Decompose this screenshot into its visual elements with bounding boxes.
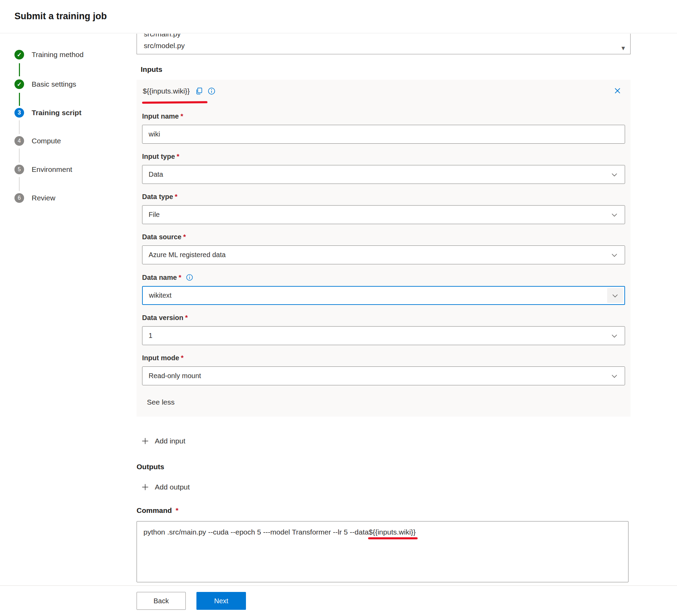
data-name-select[interactable]: wikitext — [142, 286, 625, 305]
footer-divider — [0, 585, 677, 586]
step-number: 5 — [18, 166, 21, 173]
select-value: wikitext — [149, 292, 172, 299]
required-marker: * — [177, 153, 180, 161]
label-text: Input name — [142, 112, 179, 120]
step-connector — [19, 177, 20, 191]
plus-icon — [141, 483, 150, 492]
check-icon: ✓ — [17, 51, 22, 58]
field-label-data-source: Data source * — [142, 233, 625, 241]
annotation-underline — [142, 101, 207, 103]
input-reference-row: ${{inputs.wiki}} — [142, 86, 625, 96]
close-icon[interactable] — [613, 86, 622, 96]
add-input-label: Add input — [155, 437, 185, 445]
select-value: Azure ML registered data — [149, 251, 226, 259]
step-complete-check-circle: ✓ — [14, 50, 24, 59]
step-connector — [19, 148, 20, 163]
step-number: 4 — [18, 138, 21, 144]
data-type-select[interactable]: File — [142, 205, 625, 224]
step-compute[interactable]: 4 Compute — [14, 135, 61, 147]
input-name-field[interactable] — [142, 125, 625, 144]
step-label: Training method — [32, 51, 84, 59]
field-label-data-version: Data version * — [142, 314, 625, 322]
required-marker: * — [183, 233, 186, 241]
select-value: File — [149, 211, 160, 219]
step-label: Basic settings — [32, 80, 76, 88]
input-reference-text: ${{inputs.wiki}} — [143, 87, 190, 95]
chevron-down-icon — [610, 170, 619, 179]
step-review[interactable]: 6 Review — [14, 192, 55, 204]
chevron-down-icon — [610, 251, 619, 259]
chevron-down-icon — [610, 211, 619, 219]
label-text: Data version — [142, 314, 183, 322]
page-header: Submit a training job — [0, 0, 677, 33]
label-text: Input mode — [142, 354, 179, 362]
plus-icon — [141, 437, 150, 446]
label-text: Data type — [142, 193, 173, 201]
step-label: Environment — [32, 165, 72, 174]
check-icon: ✓ — [17, 81, 22, 88]
field-label-data-name: Data name * — [142, 273, 625, 282]
required-marker: * — [175, 193, 178, 201]
file-list-item[interactable]: src/main.py — [144, 34, 630, 40]
chevron-button[interactable] — [607, 288, 623, 303]
back-button[interactable]: Back — [137, 592, 186, 610]
label-text: Command — [137, 506, 172, 514]
field-label-input-type: Input type * — [142, 153, 625, 161]
step-basic-settings[interactable]: ✓ Basic settings — [14, 78, 76, 90]
command-textarea[interactable]: python .src/main.py --cuda --epoch 5 ---… — [137, 521, 628, 582]
field-label-input-name: Input name * — [142, 112, 625, 120]
see-less-button[interactable]: See less — [147, 398, 175, 406]
required-marker: * — [179, 274, 181, 282]
step-environment[interactable]: 5 Environment — [14, 163, 72, 176]
add-input-button[interactable]: Add input — [141, 437, 185, 446]
field-label-data-type: Data type * — [142, 193, 625, 201]
listbox-scroll-down-icon[interactable]: ▼ — [620, 45, 626, 52]
input-mode-select[interactable]: Read-only mount — [142, 366, 625, 385]
add-output-button[interactable]: Add output — [141, 483, 190, 492]
file-list-item[interactable]: src/model.py — [144, 40, 630, 52]
copy-icon[interactable] — [195, 87, 204, 96]
label-text: Data source — [142, 233, 182, 241]
data-version-select[interactable]: 1 — [142, 326, 625, 345]
command-text: python .src/main.py --cuda --epoch 5 ---… — [143, 528, 369, 536]
step-label: Review — [32, 194, 55, 202]
select-value: Read-only mount — [149, 372, 201, 380]
data-source-select[interactable]: Azure ML registered data — [142, 245, 625, 264]
required-marker: * — [185, 314, 188, 322]
step-number-circle: 5 — [14, 165, 24, 174]
step-connector — [19, 93, 20, 106]
step-number: 6 — [18, 195, 21, 201]
label-text: Input type — [142, 153, 175, 161]
input-type-select[interactable]: Data — [142, 165, 625, 184]
info-icon[interactable] — [185, 273, 194, 282]
step-number-circle: 3 — [14, 108, 24, 118]
step-number: 3 — [18, 109, 21, 116]
select-value: 1 — [149, 332, 152, 340]
inputs-heading: Inputs — [141, 65, 162, 74]
step-training-method[interactable]: ✓ Training method — [14, 48, 84, 61]
step-number-circle: 4 — [14, 136, 24, 146]
step-number-circle: 6 — [14, 193, 24, 203]
step-training-script[interactable]: 3 Training script — [14, 107, 82, 119]
step-connector — [19, 63, 20, 76]
step-complete-check-circle: ✓ — [14, 79, 24, 89]
required-marker: * — [181, 354, 184, 362]
step-label: Training script — [32, 109, 82, 117]
add-output-label: Add output — [155, 483, 190, 491]
next-button[interactable]: Next — [196, 592, 246, 610]
page-title: Submit a training job — [14, 11, 107, 22]
script-file-listbox[interactable]: src/main.py src/model.py ▼ — [137, 34, 631, 54]
step-connector — [19, 120, 20, 134]
chevron-down-icon — [610, 332, 619, 340]
command-annotated-text: ${{inputs.wiki}} — [369, 528, 416, 536]
field-label-input-mode: Input mode * — [142, 354, 625, 362]
chevron-down-icon — [610, 372, 619, 380]
required-marker: * — [181, 112, 183, 120]
info-icon[interactable] — [207, 87, 216, 96]
input-card: ${{inputs.wiki}} Input name * — [137, 80, 631, 417]
outputs-heading: Outputs — [137, 463, 164, 471]
label-text: Data name — [142, 274, 177, 282]
required-marker: * — [176, 506, 179, 514]
command-heading: Command * — [137, 506, 179, 515]
step-label: Compute — [32, 137, 61, 145]
